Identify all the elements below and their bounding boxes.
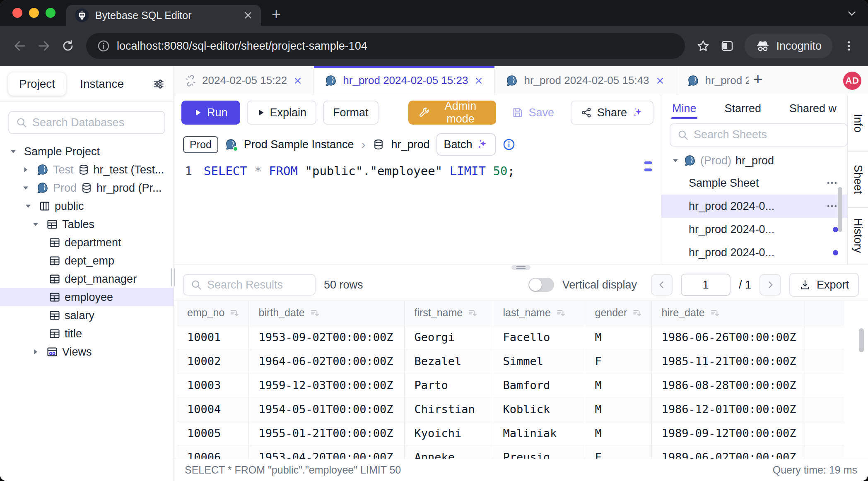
vertical-display-toggle[interactable] — [528, 278, 554, 292]
table-cell[interactable]: Koblick — [493, 397, 585, 421]
sidebar-table-department[interactable]: department — [0, 233, 174, 252]
sheet-panel-scrollbar[interactable] — [838, 187, 842, 232]
table-cell[interactable]: 10006 — [177, 445, 248, 459]
rail-tab-sheet[interactable]: Sheet — [848, 152, 868, 208]
editor-tab[interactable]: 2024-02-05 15:22 — [174, 66, 314, 95]
page-info-icon[interactable] — [97, 39, 110, 53]
table-cell[interactable]: Georgi — [404, 325, 493, 349]
next-page-button[interactable] — [760, 274, 781, 296]
table-cell[interactable]: 1954-05-01T00:00:00Z — [248, 397, 404, 421]
sheet-item[interactable]: hr_prod 2024-0... — [661, 195, 847, 218]
table-cell[interactable]: M — [585, 325, 651, 349]
table-cell[interactable]: Preusig — [493, 445, 585, 459]
results-scrollbar[interactable] — [859, 328, 864, 352]
tab-shared[interactable]: Shared w — [788, 98, 837, 119]
format-button[interactable]: Format — [323, 101, 379, 125]
sort-icon[interactable] — [632, 308, 642, 318]
sort-icon[interactable] — [710, 308, 720, 318]
side-panel-icon[interactable] — [717, 36, 737, 56]
database-search[interactable] — [8, 111, 165, 134]
tree-tables-group[interactable]: Tables — [0, 215, 174, 233]
sort-icon[interactable] — [468, 308, 477, 318]
column-header-birth_date[interactable]: birth_date — [248, 301, 404, 325]
sort-icon[interactable] — [310, 308, 320, 318]
admin-mode-button[interactable]: Admin mode — [408, 101, 497, 125]
sort-icon[interactable] — [229, 308, 239, 318]
table-cell[interactable]: M — [585, 397, 651, 421]
caret-down-icon[interactable] — [31, 220, 42, 228]
caret-down-icon[interactable] — [671, 156, 680, 165]
table-row[interactable]: 100011953-09-02T00:00:00ZGeorgiFacelloM1… — [177, 325, 844, 349]
editor-tab[interactable]: hr_prod 2024-02-05 15:23 — [314, 66, 495, 95]
table-cell[interactable]: 1986-06-26T00:00:00Z — [651, 325, 805, 349]
caret-down-icon[interactable] — [22, 184, 32, 192]
table-row[interactable]: 100021964-06-02T00:00:00ZBezalelSimmelF1… — [177, 349, 844, 373]
table-cell[interactable]: 10002 — [177, 349, 248, 373]
share-button[interactable]: Share — [571, 101, 653, 125]
new-tab-button[interactable]: + — [272, 5, 281, 26]
table-cell[interactable]: F — [585, 445, 651, 459]
new-sheet-button[interactable]: + — [749, 70, 769, 91]
tab-mine[interactable]: Mine — [671, 98, 697, 119]
caret-down-icon[interactable] — [24, 202, 35, 210]
bookmark-star-icon[interactable] — [693, 36, 713, 56]
sort-icon[interactable] — [556, 308, 566, 318]
ellipsis-menu-icon[interactable] — [826, 177, 838, 189]
results-search[interactable] — [183, 274, 316, 296]
close-window-button[interactable] — [12, 8, 22, 18]
editor-tab[interactable]: hr_prod 2024-0 — [676, 66, 749, 95]
back-button[interactable] — [10, 36, 30, 56]
tab-starred[interactable]: Starred — [723, 98, 762, 119]
splitter-handle[interactable] — [511, 265, 530, 270]
sidebar-table-dept_emp[interactable]: dept_emp — [0, 252, 174, 270]
forward-button[interactable] — [34, 36, 54, 56]
browser-menu-icon[interactable] — [840, 40, 858, 52]
reload-button[interactable] — [58, 36, 78, 56]
database-name[interactable]: hr_prod — [391, 138, 429, 151]
sheet-search-input[interactable] — [694, 128, 840, 141]
user-avatar[interactable]: AD — [843, 72, 861, 90]
sidebar-table-dept_manager[interactable]: dept_manager — [0, 270, 174, 288]
page-input[interactable] — [681, 274, 731, 296]
table-cell[interactable]: 1953-04-20T00:00:00Z — [248, 445, 404, 459]
table-cell[interactable]: 1989-09-12T00:00:00Z — [651, 421, 805, 445]
close-tab-icon[interactable] — [474, 75, 484, 86]
caret-right-icon[interactable] — [31, 348, 42, 356]
table-cell[interactable]: 1955-01-21T00:00:00Z — [248, 421, 404, 445]
sql-editor[interactable]: 1 SELECT * FROM "public"."employee" LIMI… — [174, 159, 661, 264]
table-row[interactable]: 100061953-04-20T00:00:00ZAnnekePreusigF1… — [177, 445, 844, 459]
table-cell[interactable]: 10004 — [177, 397, 248, 421]
table-cell[interactable]: Bezalel — [404, 349, 493, 373]
column-header-gender[interactable]: gender — [585, 301, 651, 325]
browser-tab[interactable]: Bytebase SQL Editor — [66, 5, 261, 26]
sheet-group[interactable]: (Prod) hr_prod — [661, 150, 847, 171]
sidebar-resize-handle[interactable] — [171, 268, 175, 286]
tree-project-row[interactable]: Sample Project — [0, 142, 174, 161]
table-cell[interactable]: Chirstian — [404, 397, 493, 421]
prev-page-button[interactable] — [651, 274, 673, 296]
table-cell[interactable]: 1953-09-02T00:00:00Z — [248, 325, 404, 349]
table-cell[interactable]: 10003 — [177, 373, 248, 397]
zoom-window-button[interactable] — [46, 8, 55, 18]
sidebar-table-title[interactable]: title — [0, 325, 174, 343]
sheet-item[interactable]: hr_prod 2024-0... — [661, 241, 847, 264]
table-cell[interactable]: Kyoichi — [404, 421, 493, 445]
tab-instance[interactable]: Instance — [69, 72, 135, 96]
window-controls[interactable] — [0, 0, 66, 26]
filter-settings-icon[interactable] — [152, 77, 165, 91]
results-table[interactable]: emp_nobirth_datefirst_namelast_namegende… — [177, 301, 844, 459]
table-cell[interactable]: M — [585, 373, 651, 397]
table-cell[interactable]: F — [585, 349, 651, 373]
ellipsis-menu-icon[interactable] — [826, 200, 838, 212]
close-tab-icon[interactable] — [655, 75, 665, 86]
instance-name[interactable]: Prod Sample Instance — [244, 138, 354, 151]
sql-line[interactable]: 1 SELECT * FROM "public"."employee" LIMI… — [174, 164, 661, 178]
editor-tab[interactable]: hr_prod 2024-02-05 15:43 — [495, 66, 676, 95]
column-header-emp_no[interactable]: emp_no — [177, 301, 248, 325]
table-row[interactable]: 100051955-01-21T00:00:00ZKyoichiMaliniak… — [177, 421, 844, 445]
tree-views-group[interactable]: Views — [0, 343, 174, 361]
caret-down-icon[interactable] — [9, 147, 20, 156]
table-cell[interactable]: 10005 — [177, 421, 248, 445]
column-header-last_name[interactable]: last_name — [493, 301, 585, 325]
table-cell[interactable]: 1985-11-21T00:00:00Z — [651, 349, 805, 373]
